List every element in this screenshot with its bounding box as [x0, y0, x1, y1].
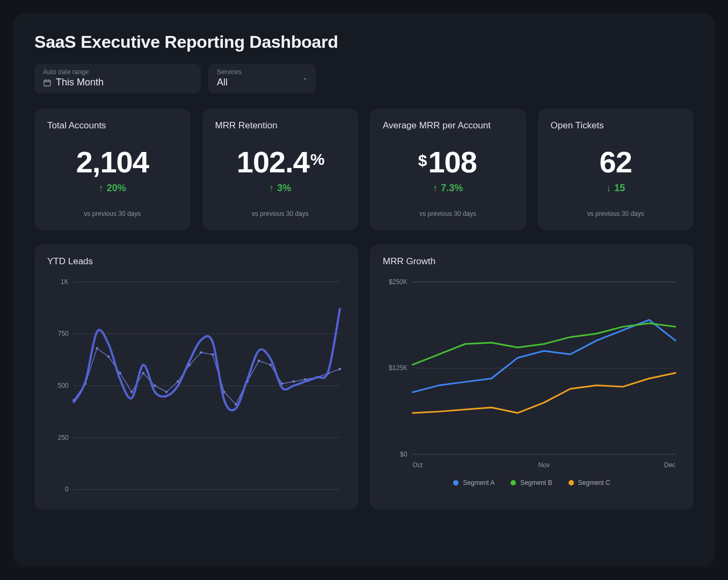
svg-point-34	[339, 368, 341, 371]
legend-item: Segment B	[511, 479, 552, 487]
charts-row: YTD Leads 02505007501K MRR Growth $0$125…	[34, 244, 694, 510]
filters-row: Auto date range This Month Services All	[34, 64, 694, 93]
ytd-leads-chart: 02505007501K	[47, 277, 345, 500]
svg-point-25	[235, 403, 237, 406]
svg-point-28	[269, 364, 272, 366]
filter-date-label: Auto date range	[43, 68, 192, 76]
filter-services-label: Services	[217, 68, 307, 76]
legend-label: Segment C	[578, 479, 610, 487]
arrow-up-icon: ↑	[269, 183, 274, 194]
metric-card-mrr-retention: MRR Retention 102.4 % ↑ 3% vs previous 3…	[202, 108, 359, 230]
legend-item: Segment A	[453, 479, 494, 487]
filter-date-range[interactable]: Auto date range This Month	[34, 64, 201, 93]
mrr-growth-chart: $0$125K$250KOctNovDec	[383, 277, 681, 474]
metric-delta: 20%	[107, 183, 126, 194]
metric-comparison: vs previous 30 days	[551, 210, 681, 218]
svg-point-19	[165, 390, 168, 393]
metric-card-open-tickets: Open Tickets 62 ↓ 15 vs previous 30 days	[538, 108, 694, 230]
svg-text:Dec: Dec	[664, 461, 675, 469]
svg-text:Nov: Nov	[538, 461, 550, 469]
metric-value: 102.4	[237, 147, 309, 177]
svg-text:$125K: $125K	[389, 364, 407, 372]
svg-point-14	[107, 356, 110, 358]
svg-text:500: 500	[58, 382, 69, 389]
metric-value: 108	[428, 147, 476, 177]
svg-point-23	[212, 353, 214, 356]
svg-point-22	[200, 351, 202, 354]
filter-services[interactable]: Services All	[208, 64, 316, 93]
metric-title: Average MRR per Account	[383, 120, 513, 131]
metric-card-total-accounts: Total Accounts 2,104 ↑ 20% vs previous 3…	[34, 108, 191, 230]
arrow-down-icon: ↓	[606, 183, 611, 194]
metric-comparison: vs previous 30 days	[47, 210, 178, 218]
legend-label: Segment A	[463, 479, 494, 487]
metrics-row: Total Accounts 2,104 ↑ 20% vs previous 3…	[34, 108, 694, 230]
metric-delta: 3%	[277, 183, 291, 194]
svg-point-27	[258, 359, 260, 362]
svg-point-13	[96, 347, 98, 350]
chart-card-ytd-leads: YTD Leads 02505007501K	[34, 244, 358, 510]
metric-delta: 15	[614, 183, 625, 194]
svg-text:$250K: $250K	[389, 278, 407, 286]
legend-label: Segment B	[520, 479, 552, 487]
arrow-up-icon: ↑	[433, 183, 438, 194]
svg-point-17	[142, 372, 144, 375]
legend-item: Segment C	[569, 479, 610, 487]
metric-title: MRR Retention	[215, 120, 346, 131]
metric-prefix: $	[418, 151, 427, 170]
filter-date-value: This Month	[56, 77, 104, 88]
chart-legend: Segment A Segment B Segment C	[383, 479, 681, 487]
page-title: SaaS Executive Reporting Dashboard	[34, 32, 694, 52]
chart-title: YTD Leads	[47, 256, 345, 267]
chart-title: MRR Growth	[383, 256, 681, 267]
svg-text:1K: 1K	[61, 278, 69, 286]
metric-title: Open Tickets	[551, 120, 681, 131]
svg-text:$0: $0	[400, 451, 407, 458]
metric-suffix: %	[310, 150, 325, 169]
legend-dot-icon	[453, 480, 458, 485]
chevron-down-icon	[302, 76, 308, 82]
metric-title: Total Accounts	[47, 120, 178, 131]
calendar-icon	[43, 78, 52, 87]
metric-delta: 7.3%	[441, 183, 463, 194]
legend-dot-icon	[511, 480, 516, 485]
svg-text:750: 750	[58, 330, 69, 338]
svg-rect-0	[44, 80, 50, 86]
legend-dot-icon	[569, 480, 574, 485]
svg-text:250: 250	[58, 434, 69, 441]
svg-point-16	[130, 390, 133, 393]
filter-services-value: All	[217, 77, 307, 88]
svg-text:0: 0	[65, 485, 69, 493]
svg-text:Oct: Oct	[413, 461, 423, 469]
arrow-up-icon: ↑	[99, 183, 104, 194]
metric-card-avg-mrr: Average MRR per Account $ 108 ↑ 7.3% vs …	[370, 108, 526, 230]
metric-value: 2,104	[76, 147, 149, 177]
svg-point-18	[154, 385, 156, 387]
chart-card-mrr-growth: MRR Growth $0$125K$250KOctNovDec Segment…	[370, 244, 694, 510]
dashboard-panel: SaaS Executive Reporting Dashboard Auto …	[13, 13, 715, 567]
metric-value: 62	[600, 147, 632, 177]
metric-comparison: vs previous 30 days	[383, 210, 513, 218]
metric-comparison: vs previous 30 days	[215, 210, 346, 218]
svg-point-30	[293, 380, 295, 383]
